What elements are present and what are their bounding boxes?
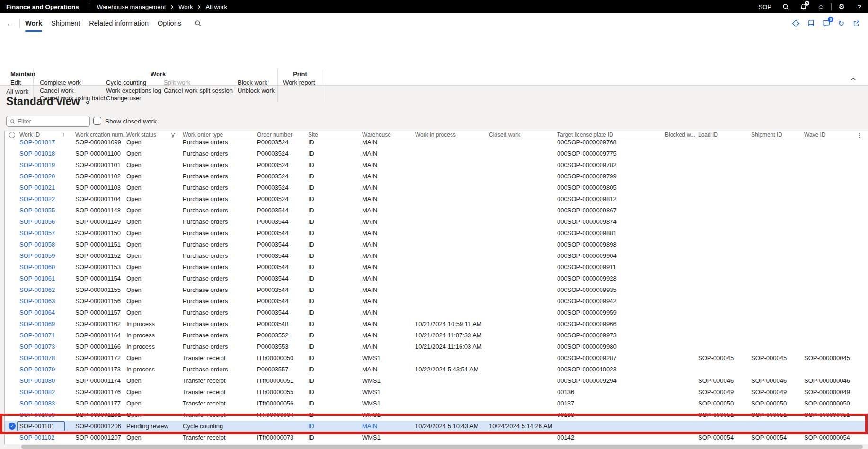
cell-workId[interactable]: SOP-001059 <box>19 250 55 262</box>
cell-workId[interactable]: SOP-001062 <box>19 284 55 296</box>
column-header-orderType[interactable]: Work order type <box>183 132 223 139</box>
cell-workId[interactable]: SOP-001058 <box>19 239 55 250</box>
cell-workId[interactable]: SOP-001021 <box>19 182 55 194</box>
show-closed-work-checkbox[interactable] <box>93 117 101 125</box>
table-row-sop-001062[interactable]: SOP-001062SOP-000001155OpenPurchase orde… <box>5 284 868 296</box>
table-row-sop-001101[interactable]: ✓SOP-001101SOP-000001206Pending reviewCy… <box>5 421 868 432</box>
ribbon-action-unblock-work[interactable]: Unblock work <box>238 87 275 94</box>
table-row-sop-001064[interactable]: SOP-001064SOP-000001157OpenPurchase orde… <box>5 307 868 318</box>
refresh-icon[interactable]: ↻ <box>835 18 847 29</box>
cell-workId[interactable]: SOP-001082 <box>19 387 55 398</box>
cell-workId[interactable]: SOP-001057 <box>19 228 55 239</box>
breadcrumb-item-all-work[interactable]: All work <box>205 3 227 10</box>
ribbon-action-cancel-work-split-session[interactable]: Cancel work split session <box>164 87 233 94</box>
table-row-sop-001073[interactable]: SOP-001073SOP-000001166In processPurchas… <box>5 341 868 352</box>
cell-workId[interactable]: SOP-001078 <box>19 352 55 364</box>
cell-workId[interactable]: SOP-001069 <box>19 318 55 330</box>
table-row-sop-001061[interactable]: SOP-001061SOP-000001154OpenPurchase orde… <box>5 273 868 284</box>
ribbon-action-work-report[interactable]: Work report <box>283 79 315 86</box>
cell-workId[interactable]: SOP-001071 <box>19 330 55 341</box>
column-header-warehouse[interactable]: Warehouse <box>362 132 391 139</box>
collapse-action-pane-icon[interactable] <box>850 76 857 82</box>
table-row-sop-001082[interactable]: SOP-001082SOP-000001176OpenTransfer rece… <box>5 387 868 398</box>
power-apps-icon[interactable] <box>790 18 802 29</box>
column-header-wip[interactable]: Work in process <box>415 132 456 139</box>
table-row-sop-001083[interactable]: SOP-001083SOP-000001177OpenTransfer rece… <box>5 398 868 409</box>
column-header-blocked[interactable]: Blocked w... <box>665 132 695 139</box>
row-selected-check-icon[interactable]: ✓ <box>9 423 16 430</box>
ribbon-action-block-work[interactable]: Block work <box>238 79 267 86</box>
cell-workId[interactable]: SOP-001060 <box>19 262 55 273</box>
tab-work[interactable]: Work <box>25 13 42 33</box>
breadcrumb-item-work[interactable]: Work <box>178 3 193 10</box>
book-icon[interactable] <box>805 18 817 29</box>
select-all-checkbox[interactable] <box>9 132 15 138</box>
cell-workId[interactable]: SOP-001063 <box>19 296 55 307</box>
table-row-sop-001069[interactable]: SOP-001069SOP-000001162In processPurchas… <box>5 318 868 330</box>
table-row-sop-001079[interactable]: SOP-001079SOP-000001173In processPurchas… <box>5 364 868 375</box>
cell-workId[interactable]: SOP-001073 <box>19 341 55 352</box>
action-search-icon[interactable] <box>195 20 202 27</box>
table-row-sop-001022[interactable]: SOP-001022SOP-000001104OpenPurchase orde… <box>5 194 868 205</box>
messages-chat-icon[interactable]: 0 <box>820 18 832 29</box>
ribbon-action-cycle-counting[interactable]: Cycle counting <box>106 79 146 86</box>
breadcrumb-item-warehouse-management[interactable]: Warehouse management <box>97 3 166 10</box>
column-header-closed[interactable]: Closed work <box>489 132 520 139</box>
ribbon-action-change-user[interactable]: Change user <box>106 95 141 102</box>
back-arrow-icon[interactable]: ← <box>6 19 14 27</box>
ribbon-action-cancel-work[interactable]: Cancel work <box>40 87 74 94</box>
app-title[interactable]: Finance and Operations <box>6 3 79 10</box>
settings-gear-icon[interactable]: ⚙ <box>833 0 850 13</box>
filter-input[interactable] <box>18 118 89 125</box>
cell-workId[interactable]: SOP-001018 <box>19 148 55 159</box>
cell-workId[interactable]: SOP-001061 <box>19 273 55 284</box>
table-row-sop-001071[interactable]: SOP-001071SOP-000001164In processPurchas… <box>5 330 868 341</box>
cell-workId[interactable]: SOP-001088 <box>19 409 55 421</box>
cell-workId[interactable]: SOP-001022 <box>19 194 55 205</box>
cell-workId[interactable]: SOP-001064 <box>19 307 55 318</box>
tab-related-information[interactable]: Related information <box>89 13 149 33</box>
table-row-sop-001055[interactable]: SOP-001055SOP-000001148OpenPurchase orde… <box>5 205 868 216</box>
table-row-sop-001017[interactable]: SOP-001017SOP-000001099OpenPurchase orde… <box>5 139 868 148</box>
table-row-sop-001059[interactable]: SOP-001059SOP-000001152OpenPurchase orde… <box>5 250 868 262</box>
column-header-orderNumber[interactable]: Order number <box>257 132 292 139</box>
table-row-sop-001078[interactable]: SOP-001078SOP-000001172OpenTransfer rece… <box>5 352 868 364</box>
ribbon-action-cancel-work-using-batch[interactable]: Cancel work using batch <box>40 95 107 102</box>
table-row-sop-001102[interactable]: SOP-001102SOP-000001207OpenTransfer rece… <box>5 432 868 443</box>
cell-workId[interactable]: SOP-001083 <box>19 398 55 409</box>
ribbon-action-work-exceptions-log[interactable]: Work exceptions log <box>106 87 161 94</box>
feedback-smiley-icon[interactable]: ☺ <box>812 0 830 13</box>
ribbon-action-edit[interactable]: Edit <box>10 79 21 86</box>
table-row-sop-001058[interactable]: SOP-001058SOP-000001151OpenPurchase orde… <box>5 239 868 250</box>
column-header-wave[interactable]: Wave ID <box>804 132 826 139</box>
cell-workId[interactable]: SOP-001055 <box>19 205 55 216</box>
search-icon[interactable] <box>777 0 795 13</box>
table-row-sop-001080[interactable]: SOP-001080SOP-000001174OpenTransfer rece… <box>5 375 868 387</box>
cell-workId[interactable]: SOP-001019 <box>19 159 55 171</box>
horizontal-scrollbar-thumb[interactable] <box>21 445 863 449</box>
table-row-sop-001020[interactable]: SOP-001020SOP-000001102OpenPurchase orde… <box>5 171 868 182</box>
table-row-sop-001088[interactable]: SOP-001088SOP-000001201OpenTransfer rece… <box>5 409 868 421</box>
column-header-site[interactable]: Site <box>308 132 318 139</box>
ribbon-action-complete-work[interactable]: Complete work <box>40 79 81 86</box>
company-picker[interactable]: SOP <box>759 3 771 10</box>
column-header-lp[interactable]: Target license plate ID <box>557 132 613 139</box>
table-row-sop-001019[interactable]: SOP-001019SOP-000001101OpenPurchase orde… <box>5 159 868 171</box>
cell-workId[interactable]: SOP-001101 <box>19 421 54 432</box>
cell-workId[interactable]: SOP-001080 <box>19 375 55 387</box>
column-header-creation[interactable]: Work creation num... <box>75 132 127 139</box>
table-row-sop-001021[interactable]: SOP-001021SOP-000001103OpenPurchase orde… <box>5 182 868 194</box>
column-header-shipment[interactable]: Shipment ID <box>751 132 782 139</box>
table-row-sop-001063[interactable]: SOP-001063SOP-000001156OpenPurchase orde… <box>5 296 868 307</box>
cell-workId[interactable]: SOP-001102 <box>19 432 54 443</box>
column-header-workId[interactable]: Work ID <box>19 132 40 139</box>
open-in-new-window-icon[interactable] <box>850 18 862 29</box>
cell-workId[interactable]: SOP-001020 <box>19 171 55 182</box>
tab-shipment[interactable]: Shipment <box>51 13 80 33</box>
cell-workId[interactable]: SOP-001056 <box>19 216 55 228</box>
table-row-sop-001060[interactable]: SOP-001060SOP-000001153OpenPurchase orde… <box>5 262 868 273</box>
column-header-load[interactable]: Load ID <box>698 132 718 139</box>
help-icon[interactable]: ? <box>850 0 868 13</box>
notifications-bell-icon[interactable]: 5 <box>795 0 812 13</box>
cell-workId[interactable]: SOP-001079 <box>19 364 55 375</box>
